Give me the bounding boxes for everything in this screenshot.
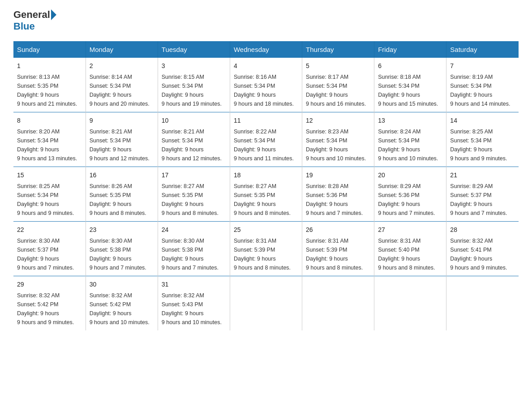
table-row: 13Sunrise: 8:24 AMSunset: 5:34 PMDayligh… — [374, 112, 446, 167]
day-number: 6 — [378, 61, 442, 71]
day-info: Sunrise: 8:25 AMSunset: 5:34 PMDaylight:… — [450, 128, 507, 162]
table-row: 9Sunrise: 8:21 AMSunset: 5:34 PMDaylight… — [86, 112, 158, 167]
day-info: Sunrise: 8:21 AMSunset: 5:34 PMDaylight:… — [162, 128, 222, 162]
table-row — [374, 276, 446, 331]
table-row: 5Sunrise: 8:17 AMSunset: 5:34 PMDaylight… — [302, 58, 374, 112]
day-info: Sunrise: 8:19 AMSunset: 5:34 PMDaylight:… — [450, 74, 510, 107]
table-row: 18Sunrise: 8:27 AMSunset: 5:35 PMDayligh… — [230, 167, 302, 222]
table-row: 22Sunrise: 8:30 AMSunset: 5:37 PMDayligh… — [13, 222, 86, 276]
day-number: 21 — [450, 171, 515, 180]
day-number: 15 — [17, 171, 82, 180]
day-info: Sunrise: 8:20 AMSunset: 5:34 PMDaylight:… — [17, 128, 77, 162]
day-number: 26 — [306, 225, 370, 235]
day-info: Sunrise: 8:31 AMSunset: 5:39 PMDaylight:… — [306, 238, 363, 271]
day-number: 25 — [234, 225, 298, 235]
table-row: 1Sunrise: 8:13 AMSunset: 5:35 PMDaylight… — [13, 58, 86, 112]
table-row: 24Sunrise: 8:30 AMSunset: 5:38 PMDayligh… — [158, 222, 230, 276]
day-info: Sunrise: 8:14 AMSunset: 5:34 PMDaylight:… — [90, 74, 150, 107]
day-number: 14 — [450, 116, 515, 125]
day-info: Sunrise: 8:32 AMSunset: 5:42 PMDaylight:… — [90, 292, 150, 325]
table-row: 14Sunrise: 8:25 AMSunset: 5:34 PMDayligh… — [446, 112, 519, 167]
col-saturday: Saturday — [446, 41, 519, 58]
day-number: 31 — [162, 280, 226, 289]
day-info: Sunrise: 8:30 AMSunset: 5:37 PMDaylight:… — [17, 238, 74, 271]
col-friday: Friday — [374, 41, 446, 58]
day-number: 12 — [306, 116, 370, 125]
day-number: 4 — [234, 61, 298, 71]
table-row: 15Sunrise: 8:25 AMSunset: 5:34 PMDayligh… — [13, 167, 86, 222]
day-info: Sunrise: 8:17 AMSunset: 5:34 PMDaylight:… — [306, 74, 366, 107]
day-info: Sunrise: 8:29 AMSunset: 5:37 PMDaylight:… — [450, 183, 507, 216]
day-info: Sunrise: 8:23 AMSunset: 5:34 PMDaylight:… — [306, 128, 366, 162]
table-row: 11Sunrise: 8:22 AMSunset: 5:34 PMDayligh… — [230, 112, 302, 167]
day-info: Sunrise: 8:16 AMSunset: 5:34 PMDaylight:… — [234, 74, 294, 107]
day-number: 13 — [378, 116, 442, 125]
day-info: Sunrise: 8:22 AMSunset: 5:34 PMDaylight:… — [234, 128, 294, 162]
day-info: Sunrise: 8:32 AMSunset: 5:43 PMDaylight:… — [162, 292, 222, 325]
table-row: 31Sunrise: 8:32 AMSunset: 5:43 PMDayligh… — [158, 276, 230, 331]
day-number: 19 — [306, 171, 370, 180]
table-row: 27Sunrise: 8:31 AMSunset: 5:40 PMDayligh… — [374, 222, 446, 276]
table-row: 20Sunrise: 8:29 AMSunset: 5:36 PMDayligh… — [374, 167, 446, 222]
day-info: Sunrise: 8:30 AMSunset: 5:38 PMDaylight:… — [90, 238, 146, 271]
day-info: Sunrise: 8:31 AMSunset: 5:39 PMDaylight:… — [234, 238, 291, 271]
table-row: 19Sunrise: 8:28 AMSunset: 5:36 PMDayligh… — [302, 167, 374, 222]
day-number: 18 — [234, 171, 298, 180]
day-info: Sunrise: 8:32 AMSunset: 5:42 PMDaylight:… — [17, 292, 74, 325]
calendar-week-row: 8Sunrise: 8:20 AMSunset: 5:34 PMDaylight… — [13, 112, 519, 167]
day-info: Sunrise: 8:25 AMSunset: 5:34 PMDaylight:… — [17, 183, 74, 216]
day-number: 23 — [90, 225, 154, 235]
day-info: Sunrise: 8:27 AMSunset: 5:35 PMDaylight:… — [234, 183, 291, 216]
day-number: 11 — [234, 116, 298, 125]
day-number: 1 — [17, 61, 82, 71]
logo-arrow-icon — [51, 9, 56, 20]
page-header: General Blue — [13, 9, 519, 32]
calendar-table: Sunday Monday Tuesday Wednesday Thursday… — [13, 41, 519, 330]
day-number: 24 — [162, 225, 226, 235]
day-info: Sunrise: 8:28 AMSunset: 5:36 PMDaylight:… — [306, 183, 363, 216]
table-row: 29Sunrise: 8:32 AMSunset: 5:42 PMDayligh… — [13, 276, 86, 331]
col-tuesday: Tuesday — [158, 41, 230, 58]
logo: General Blue — [13, 9, 57, 32]
day-number: 2 — [90, 61, 154, 71]
table-row: 16Sunrise: 8:26 AMSunset: 5:35 PMDayligh… — [86, 167, 158, 222]
day-number: 17 — [162, 171, 226, 180]
col-sunday: Sunday — [13, 41, 86, 58]
day-number: 22 — [17, 225, 82, 235]
logo-blue-text: Blue — [13, 21, 35, 32]
day-number: 30 — [90, 280, 154, 289]
table-row: 23Sunrise: 8:30 AMSunset: 5:38 PMDayligh… — [86, 222, 158, 276]
calendar-header-row: Sunday Monday Tuesday Wednesday Thursday… — [13, 41, 519, 58]
table-row: 8Sunrise: 8:20 AMSunset: 5:34 PMDaylight… — [13, 112, 86, 167]
table-row: 25Sunrise: 8:31 AMSunset: 5:39 PMDayligh… — [230, 222, 302, 276]
table-row: 2Sunrise: 8:14 AMSunset: 5:34 PMDaylight… — [86, 58, 158, 112]
table-row: 7Sunrise: 8:19 AMSunset: 5:34 PMDaylight… — [446, 58, 519, 112]
table-row: 30Sunrise: 8:32 AMSunset: 5:42 PMDayligh… — [86, 276, 158, 331]
calendar-week-row: 22Sunrise: 8:30 AMSunset: 5:37 PMDayligh… — [13, 222, 519, 276]
day-number: 8 — [17, 116, 82, 125]
table-row — [230, 276, 302, 331]
table-row: 6Sunrise: 8:18 AMSunset: 5:34 PMDaylight… — [374, 58, 446, 112]
day-number: 10 — [162, 116, 226, 125]
day-number: 29 — [17, 280, 82, 289]
day-info: Sunrise: 8:31 AMSunset: 5:40 PMDaylight:… — [378, 238, 435, 271]
day-number: 7 — [450, 61, 515, 71]
day-info: Sunrise: 8:24 AMSunset: 5:34 PMDaylight:… — [378, 128, 438, 162]
day-number: 5 — [306, 61, 370, 71]
table-row — [446, 276, 519, 331]
day-info: Sunrise: 8:13 AMSunset: 5:35 PMDaylight:… — [17, 74, 77, 107]
day-info: Sunrise: 8:26 AMSunset: 5:35 PMDaylight:… — [90, 183, 146, 216]
day-info: Sunrise: 8:18 AMSunset: 5:34 PMDaylight:… — [378, 74, 438, 107]
col-thursday: Thursday — [302, 41, 374, 58]
day-number: 28 — [450, 225, 515, 235]
day-number: 20 — [378, 171, 442, 180]
day-info: Sunrise: 8:30 AMSunset: 5:38 PMDaylight:… — [162, 238, 219, 271]
logo-general-text: General — [13, 9, 50, 21]
table-row: 3Sunrise: 8:15 AMSunset: 5:34 PMDaylight… — [158, 58, 230, 112]
table-row: 28Sunrise: 8:32 AMSunset: 5:41 PMDayligh… — [446, 222, 519, 276]
day-number: 16 — [90, 171, 154, 180]
day-number: 27 — [378, 225, 442, 235]
day-info: Sunrise: 8:21 AMSunset: 5:34 PMDaylight:… — [90, 128, 150, 162]
calendar-week-row: 15Sunrise: 8:25 AMSunset: 5:34 PMDayligh… — [13, 167, 519, 222]
col-wednesday: Wednesday — [230, 41, 302, 58]
